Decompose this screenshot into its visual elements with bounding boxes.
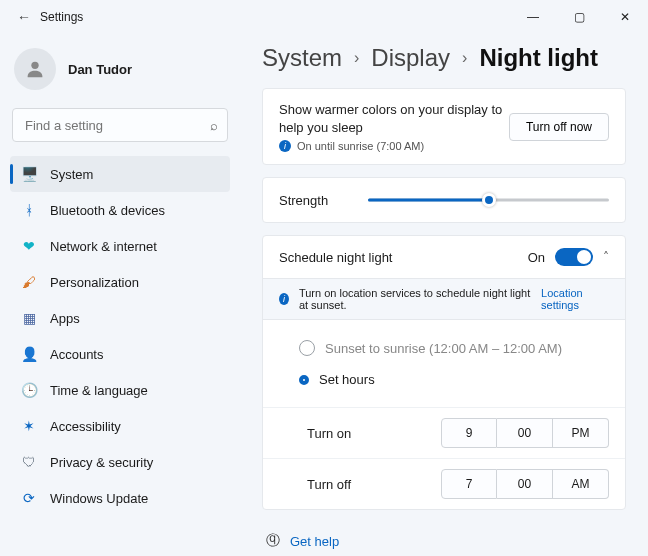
radio-icon — [299, 340, 315, 356]
sidebar-item-personalization[interactable]: 🖌Personalization — [10, 264, 230, 300]
infobar-text: Turn on location services to schedule ni… — [299, 287, 531, 311]
help-label: Get help — [290, 534, 339, 549]
search-icon: ⌕ — [210, 118, 218, 133]
schedule-toggle[interactable] — [555, 248, 593, 266]
schedule-label: Schedule night light — [279, 250, 392, 265]
turn-off-ampm[interactable]: AM — [553, 469, 609, 499]
nav-icon: 🖥️ — [20, 166, 38, 182]
radio-hours-label: Set hours — [319, 372, 375, 387]
turn-off-button[interactable]: Turn off now — [509, 113, 609, 141]
user-name: Dan Tudor — [68, 62, 132, 77]
svg-point-0 — [31, 62, 38, 69]
avatar — [14, 48, 56, 90]
window-title: Settings — [40, 10, 83, 24]
turn-off-minute[interactable]: 00 — [497, 469, 553, 499]
nav-label: Bluetooth & devices — [50, 203, 165, 218]
user-block[interactable]: Dan Tudor — [10, 42, 230, 106]
radio-icon — [299, 375, 309, 385]
turn-off-row: Turn off 7 00 AM — [263, 458, 625, 509]
radio-sunset[interactable]: Sunset to sunrise (12:00 AM – 12:00 AM) — [299, 332, 589, 364]
schedule-state: On — [528, 250, 545, 265]
nav-icon: 👤 — [20, 346, 38, 362]
sidebar-item-apps[interactable]: ▦Apps — [10, 300, 230, 336]
sidebar-item-system[interactable]: 🖥️System — [10, 156, 230, 192]
intro-card: Show warmer colors on your display to he… — [262, 88, 626, 165]
schedule-card: Schedule night light On ˄ i Turn on loca… — [262, 235, 626, 510]
chevron-right-icon: › — [462, 49, 467, 67]
intro-text: Show warmer colors on your display to he… — [279, 101, 509, 136]
minimize-button[interactable]: — — [510, 0, 556, 34]
breadcrumb-system[interactable]: System — [262, 44, 342, 72]
nav-label: System — [50, 167, 93, 182]
info-icon: i — [279, 293, 289, 305]
info-icon: i — [279, 140, 291, 152]
nav-label: Windows Update — [50, 491, 148, 506]
turn-on-hour[interactable]: 9 — [441, 418, 497, 448]
nav-label: Time & language — [50, 383, 148, 398]
nav-icon: ⟳ — [20, 490, 38, 506]
location-settings-link[interactable]: Location settings — [541, 287, 609, 311]
radio-set-hours[interactable]: Set hours — [299, 364, 589, 395]
back-button[interactable]: ← — [8, 9, 40, 25]
chevron-up-icon: ˄ — [603, 250, 609, 264]
strength-slider[interactable] — [368, 190, 609, 210]
search-input[interactable] — [12, 108, 228, 142]
chevron-right-icon: › — [354, 49, 359, 67]
schedule-header[interactable]: Schedule night light On ˄ — [263, 236, 625, 278]
turn-on-row: Turn on 9 00 PM — [263, 407, 625, 458]
nav-icon: 🕒 — [20, 382, 38, 398]
turn-on-minute[interactable]: 00 — [497, 418, 553, 448]
nav-icon: ▦ — [20, 310, 38, 326]
location-infobar: i Turn on location services to schedule … — [263, 278, 625, 320]
person-icon — [24, 58, 46, 80]
main-content: System › Display › Night light Show warm… — [240, 34, 648, 556]
nav-label: Personalization — [50, 275, 139, 290]
nav-label: Apps — [50, 311, 80, 326]
nav-icon: 🛡 — [20, 454, 38, 470]
nav-icon: ᚼ — [20, 202, 38, 218]
nav-label: Accessibility — [50, 419, 121, 434]
turn-on-ampm[interactable]: PM — [553, 418, 609, 448]
sidebar-item-time-language[interactable]: 🕒Time & language — [10, 372, 230, 408]
breadcrumb-current: Night light — [479, 44, 598, 72]
titlebar: ← Settings — ▢ ✕ — [0, 0, 648, 34]
nav-list: 🖥️SystemᚼBluetooth & devices❤Network & i… — [10, 156, 230, 516]
maximize-button[interactable]: ▢ — [556, 0, 602, 34]
strength-card: Strength — [262, 177, 626, 223]
radio-sunset-label: Sunset to sunrise (12:00 AM – 12:00 AM) — [325, 341, 562, 356]
nav-label: Privacy & security — [50, 455, 153, 470]
nav-icon: ❤ — [20, 238, 38, 254]
sidebar-item-accessibility[interactable]: ✶Accessibility — [10, 408, 230, 444]
nav-label: Accounts — [50, 347, 103, 362]
sidebar: Dan Tudor ⌕ 🖥️SystemᚼBluetooth & devices… — [0, 34, 240, 556]
nav-label: Network & internet — [50, 239, 157, 254]
turn-off-label: Turn off — [279, 477, 399, 492]
nav-icon: 🖌 — [20, 274, 38, 290]
sidebar-item-privacy-security[interactable]: 🛡Privacy & security — [10, 444, 230, 480]
get-help-link[interactable]: ⓠ Get help — [262, 522, 626, 556]
nav-icon: ✶ — [20, 418, 38, 434]
sidebar-item-accounts[interactable]: 👤Accounts — [10, 336, 230, 372]
sidebar-item-bluetooth-devices[interactable]: ᚼBluetooth & devices — [10, 192, 230, 228]
breadcrumb: System › Display › Night light — [262, 44, 626, 72]
strength-label: Strength — [279, 193, 328, 208]
help-icon: ⓠ — [266, 532, 280, 550]
turn-on-label: Turn on — [279, 426, 399, 441]
close-button[interactable]: ✕ — [602, 0, 648, 34]
status-text: On until sunrise (7:00 AM) — [297, 140, 424, 152]
sidebar-item-network-internet[interactable]: ❤Network & internet — [10, 228, 230, 264]
turn-off-hour[interactable]: 7 — [441, 469, 497, 499]
breadcrumb-display[interactable]: Display — [371, 44, 450, 72]
sidebar-item-windows-update[interactable]: ⟳Windows Update — [10, 480, 230, 516]
